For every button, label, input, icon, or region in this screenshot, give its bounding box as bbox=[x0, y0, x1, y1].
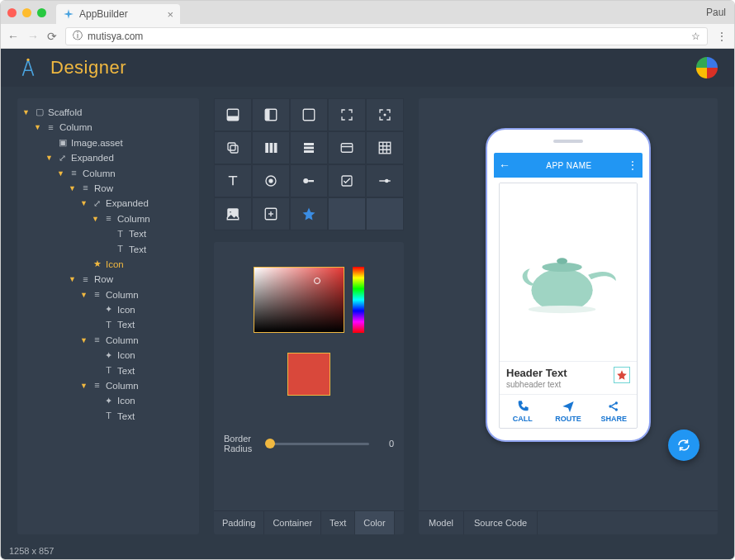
tree-node-column[interactable]: ▼≡Column bbox=[34, 120, 194, 135]
tree-node-column[interactable]: ▼≡Column bbox=[92, 211, 194, 226]
info-icon: ⓘ bbox=[73, 29, 83, 43]
tool-text-button[interactable] bbox=[214, 164, 252, 197]
address-bar[interactable]: ⓘ mutisya.com ☆ bbox=[65, 27, 708, 45]
tool-rows-button[interactable] bbox=[290, 131, 328, 164]
status-bar: 1258 x 857 bbox=[9, 546, 54, 556]
caret-icon[interactable]: ▼ bbox=[69, 183, 77, 194]
back-button[interactable]: ← bbox=[7, 30, 19, 43]
tree-node-text[interactable]: TText bbox=[103, 242, 194, 257]
tab-title: AppBuilder bbox=[79, 8, 128, 20]
tree-node-icon[interactable]: ✦Icon bbox=[92, 393, 194, 408]
kebab-menu-icon[interactable]: ⋮ bbox=[628, 159, 638, 171]
prop-tab-text[interactable]: Text bbox=[321, 511, 355, 534]
svg-rect-11 bbox=[274, 143, 277, 153]
svg-point-23 bbox=[268, 178, 273, 183]
preview-panel: ← APP NAME ⋮ bbox=[419, 98, 718, 534]
tree-node-expanded[interactable]: ▼⤢Expanded bbox=[80, 196, 194, 211]
tool-focus-button[interactable] bbox=[366, 98, 404, 131]
tab-close-icon[interactable]: × bbox=[167, 8, 173, 21]
tool-panel-bottom-button[interactable] bbox=[214, 98, 252, 131]
tool-grid-button[interactable] bbox=[366, 131, 404, 164]
tool-image-button[interactable] bbox=[214, 197, 252, 230]
svg-point-37 bbox=[529, 305, 596, 312]
caret-icon[interactable]: ▼ bbox=[80, 197, 88, 209]
tool-panel-left-button[interactable] bbox=[252, 98, 290, 131]
preview-action-share[interactable]: SHARE bbox=[591, 395, 637, 428]
tool-card-button[interactable] bbox=[328, 131, 366, 164]
minimize-window-button[interactable] bbox=[22, 8, 31, 17]
tree-node-column[interactable]: ▼≡Column bbox=[80, 333, 194, 348]
refresh-fab[interactable] bbox=[668, 429, 699, 461]
properties-panel: Border Radius 0 PaddingContainerTextColo… bbox=[214, 242, 404, 534]
caret-icon[interactable]: ▼ bbox=[80, 380, 88, 392]
preview-action-call[interactable]: CALL bbox=[500, 395, 545, 428]
prop-tab-color[interactable]: Color bbox=[355, 511, 394, 534]
tree-node-icon[interactable]: ✦Icon bbox=[92, 348, 194, 363]
tree-node-row[interactable]: ▼≡Row bbox=[69, 272, 194, 287]
prop-tab-container[interactable]: Container bbox=[264, 511, 321, 534]
svg-rect-13 bbox=[304, 147, 314, 149]
reload-button[interactable]: ⟳ bbox=[47, 30, 57, 43]
caret-icon[interactable]: ▼ bbox=[22, 107, 31, 118]
prop-tab-padding[interactable]: Padding bbox=[214, 511, 264, 534]
browser-menu-icon[interactable]: ⋮ bbox=[716, 30, 728, 43]
tool-columns-button[interactable] bbox=[252, 131, 290, 164]
tool-slider-button[interactable] bbox=[366, 164, 404, 197]
tool-switch-button[interactable] bbox=[290, 164, 328, 197]
border-radius-slider[interactable] bbox=[265, 443, 369, 445]
preview-star-icon[interactable] bbox=[614, 367, 630, 383]
caret-icon[interactable]: ▼ bbox=[69, 273, 77, 285]
maximize-window-button[interactable] bbox=[37, 8, 46, 17]
tree-node-text[interactable]: TText bbox=[92, 317, 194, 332]
close-window-button[interactable] bbox=[7, 8, 17, 17]
caret-icon[interactable]: ▼ bbox=[92, 213, 100, 225]
tree-node-text[interactable]: TText bbox=[103, 226, 194, 241]
preview-card: Header Text subheader text CALLROUTESHAR… bbox=[499, 183, 638, 429]
tool-copy-button[interactable] bbox=[214, 131, 252, 164]
tree-node-expanded[interactable]: ▼⤢Expanded bbox=[45, 150, 194, 165]
tool-panel-outline-button[interactable] bbox=[290, 98, 328, 131]
window-controls bbox=[7, 8, 46, 17]
icon-icon: ✦ bbox=[103, 394, 114, 409]
tree-node-text[interactable]: TText bbox=[92, 409, 194, 424]
caret-icon[interactable]: ▼ bbox=[57, 168, 65, 179]
slider-knob[interactable] bbox=[265, 439, 275, 448]
caret-icon[interactable]: ▼ bbox=[80, 289, 88, 301]
preview-action-route[interactable]: ROUTE bbox=[545, 395, 590, 428]
caret-icon[interactable]: ▼ bbox=[80, 335, 88, 346]
col-icon: ≡ bbox=[92, 287, 102, 302]
tree-node-row[interactable]: ▼≡Row bbox=[69, 181, 194, 196]
tree-node-column[interactable]: ▼≡Column bbox=[57, 166, 194, 181]
tree-node-image-asset[interactable]: ▣Image.asset bbox=[45, 135, 194, 150]
tree-node-scaffold[interactable]: ▼▢Scaffold bbox=[22, 105, 194, 120]
tree-node-column[interactable]: ▼≡Column bbox=[80, 287, 194, 302]
caret-icon[interactable]: ▼ bbox=[34, 121, 42, 133]
tool-checkbox-button[interactable] bbox=[328, 164, 366, 197]
forward-button[interactable]: → bbox=[27, 30, 39, 43]
preview-tab-model[interactable]: Model bbox=[419, 511, 464, 534]
color-hue-slider[interactable] bbox=[353, 267, 364, 333]
user-avatar[interactable] bbox=[696, 57, 718, 78]
browser-user-label[interactable]: Paul bbox=[706, 7, 726, 18]
tool-fullscreen-button[interactable] bbox=[328, 98, 366, 131]
preview-tab-source-code[interactable]: Source Code bbox=[464, 511, 538, 534]
tool-add-button[interactable] bbox=[252, 197, 290, 230]
svg-rect-10 bbox=[270, 143, 273, 153]
tree-node-icon[interactable]: ✦Icon bbox=[92, 302, 194, 317]
exp-icon: ⤢ bbox=[57, 151, 68, 166]
browser-toolbar: ← → ⟳ ⓘ mutisya.com ☆ ⋮ bbox=[1, 24, 734, 49]
color-sv-picker[interactable] bbox=[254, 267, 344, 333]
tree-node-icon[interactable]: ★Icon bbox=[80, 257, 194, 272]
color-picker-reticle[interactable] bbox=[314, 278, 320, 284]
tool-star-button[interactable] bbox=[290, 197, 328, 230]
url-text: mutisya.com bbox=[88, 31, 143, 42]
txt-icon: T bbox=[103, 318, 114, 333]
back-arrow-icon[interactable]: ← bbox=[499, 159, 510, 172]
caret-icon[interactable]: ▼ bbox=[45, 152, 54, 164]
tool-radio-button[interactable] bbox=[252, 164, 290, 197]
browser-tab[interactable]: AppBuilder × bbox=[56, 4, 180, 24]
star-bookmark-icon[interactable]: ☆ bbox=[691, 31, 700, 42]
tree-node-label: Text bbox=[117, 409, 135, 424]
tree-node-column[interactable]: ▼≡Column bbox=[80, 378, 194, 393]
tree-node-text[interactable]: TText bbox=[92, 363, 194, 378]
